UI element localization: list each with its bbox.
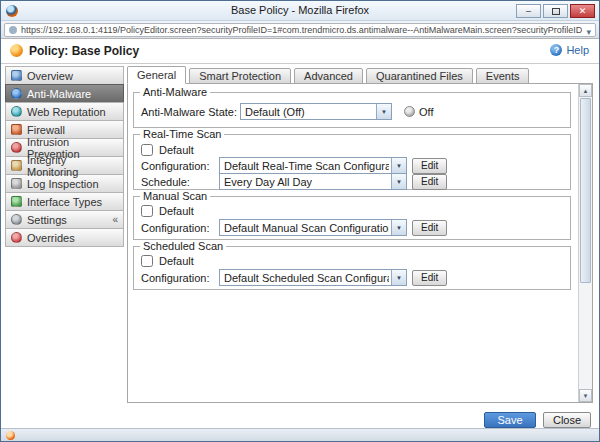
page-viewport: Policy: Base Policy ? Help Overview Anti…: [1, 39, 599, 428]
manual-configuration-select[interactable]: Default Manual Scan Configuration: [219, 219, 407, 236]
location-toolbar: https://192.168.0.1:4119/PolicyEditor.sc…: [1, 21, 599, 39]
anti-malware-icon: [11, 88, 22, 99]
sidebar-item-label: Interface Types: [27, 196, 102, 208]
minimize-button[interactable]: –: [516, 4, 541, 18]
sidebar-item-overview[interactable]: Overview: [5, 66, 124, 85]
real-time-configuration-select[interactable]: Default Real-Time Scan Configuration: [219, 157, 407, 174]
title-bar[interactable]: Base Policy - Mozilla Firefox – ✕: [1, 1, 599, 21]
save-button[interactable]: Save: [484, 412, 536, 428]
sidebar-item-label: Web Reputation: [27, 106, 106, 118]
site-identity-icon[interactable]: [9, 26, 17, 34]
sidebar-item-integrity-monitoring[interactable]: Integrity Monitoring: [5, 156, 124, 175]
configuration-label: Configuration:: [141, 272, 219, 284]
real-time-configuration-row: Configuration: Default Real-Time Scan Co…: [141, 157, 566, 174]
default-label: Default: [159, 255, 194, 267]
tab-smart-protection[interactable]: Smart Protection: [189, 68, 291, 84]
sidebar-item-label: Overrides: [27, 232, 75, 244]
page-header: Policy: Base Policy ? Help: [1, 39, 599, 63]
page-title: Policy: Base Policy: [29, 44, 139, 58]
manual-configuration-edit-button[interactable]: Edit: [412, 220, 447, 236]
section-title: Anti-Malware: [140, 86, 210, 98]
close-window-button[interactable]: ✕: [570, 4, 595, 18]
real-time-schedule-edit-button[interactable]: Edit: [412, 174, 447, 190]
sidebar-item-label: Overview: [27, 70, 73, 82]
selected-value: Default (Off): [245, 106, 305, 118]
vertical-scrollbar[interactable]: [578, 84, 592, 402]
main-panel: General Smart Protection Advanced Quaran…: [127, 66, 593, 426]
tab-general[interactable]: General: [127, 66, 186, 84]
real-time-schedule-select[interactable]: Every Day All Day: [219, 173, 407, 190]
sidebar-item-label: Integrity Monitoring: [27, 154, 118, 178]
chevron-down-icon[interactable]: [391, 158, 406, 173]
tab-bar: General Smart Protection Advanced Quaran…: [127, 66, 593, 84]
footer-actions: Save Close: [127, 410, 593, 430]
sidebar-item-interface-types[interactable]: Interface Types: [5, 192, 124, 211]
scheduled-scan-section: Scheduled Scan Default Configuration: De…: [133, 246, 571, 290]
sidebar-item-overrides[interactable]: Overrides: [5, 228, 124, 247]
sidebar-item-anti-malware[interactable]: Anti-Malware: [5, 84, 124, 103]
scheduled-configuration-edit-button[interactable]: Edit: [412, 270, 447, 286]
interface-types-icon: [11, 196, 22, 207]
tab-advanced[interactable]: Advanced: [294, 68, 363, 84]
chevron-down-icon[interactable]: [391, 270, 406, 285]
manual-scan-section: Manual Scan Default Configuration: Defau…: [133, 196, 571, 240]
scheduled-default-row: Default: [141, 252, 566, 269]
anti-malware-state-select[interactable]: Default (Off): [240, 103, 392, 120]
configuration-label: Configuration:: [141, 160, 219, 172]
close-button[interactable]: Close: [543, 412, 591, 428]
chevron-down-icon[interactable]: [376, 104, 391, 119]
intrusion-prevention-icon: [11, 142, 22, 153]
manual-default-checkbox[interactable]: [141, 205, 153, 217]
sidebar-item-label: Settings: [27, 214, 67, 226]
page-title-name: Base Policy: [72, 44, 139, 58]
tab-events[interactable]: Events: [476, 68, 530, 84]
scrollbar-thumb[interactable]: [580, 98, 591, 283]
sidebar-item-label: Log Inspection: [27, 178, 99, 190]
tab-quarantined-files[interactable]: Quarantined Files: [366, 68, 473, 84]
real-time-configuration-edit-button[interactable]: Edit: [412, 158, 447, 174]
scheduled-default-checkbox[interactable]: [141, 255, 153, 267]
real-time-schedule-row: Schedule: Every Day All Day Edit: [141, 173, 566, 190]
policy-icon: [10, 44, 23, 57]
real-time-default-checkbox[interactable]: [141, 144, 153, 156]
chevron-down-icon[interactable]: [391, 220, 406, 235]
anti-malware-section: Anti-Malware Anti-Malware State: Default…: [133, 92, 571, 128]
firefox-status-icon: [6, 431, 15, 440]
firewall-icon: [11, 124, 22, 135]
sidebar: Overview Anti-Malware Web Reputation Fir…: [5, 66, 124, 247]
manual-configuration-row: Configuration: Default Manual Scan Confi…: [141, 219, 566, 236]
selected-value: Default Real-Time Scan Configuration: [224, 160, 389, 172]
url-text[interactable]: https://192.168.0.1:4119/PolicyEditor.sc…: [21, 25, 582, 35]
sidebar-collapse-icon[interactable]: «: [112, 214, 118, 225]
maximize-icon: [552, 8, 560, 15]
section-title: Manual Scan: [140, 190, 210, 202]
schedule-label: Schedule:: [141, 176, 219, 188]
overview-icon: [11, 70, 22, 81]
section-title: Scheduled Scan: [140, 240, 226, 252]
selected-value: Every Day All Day: [224, 176, 312, 188]
chevron-down-icon[interactable]: [586, 23, 591, 37]
sidebar-item-web-reputation[interactable]: Web Reputation: [5, 102, 124, 121]
log-inspection-icon: [11, 178, 22, 189]
section-title: Real-Time Scan: [140, 128, 224, 140]
url-field[interactable]: https://192.168.0.1:4119/PolicyEditor.sc…: [4, 23, 596, 37]
firefox-window: Base Policy - Mozilla Firefox – ✕ https:…: [0, 0, 600, 442]
window-controls: – ✕: [516, 4, 595, 18]
maximize-button[interactable]: [543, 4, 568, 18]
scroll-up-icon[interactable]: [579, 84, 592, 97]
chevron-down-icon[interactable]: [391, 174, 406, 189]
scroll-down-icon[interactable]: [579, 389, 592, 402]
help-link[interactable]: ? Help: [550, 44, 589, 56]
configuration-label: Configuration:: [141, 222, 219, 234]
anti-malware-state-label: Anti-Malware State:: [141, 106, 240, 118]
scheduled-configuration-select[interactable]: Default Scheduled Scan Configuration: [219, 269, 407, 286]
help-label: Help: [566, 44, 589, 56]
status-text: Off: [419, 106, 433, 118]
status-off-icon: [404, 106, 415, 117]
page-title-prefix: Policy:: [29, 44, 68, 58]
sidebar-item-settings[interactable]: Settings «: [5, 210, 124, 229]
header-divider: [1, 63, 599, 64]
manual-default-row: Default: [141, 202, 566, 219]
help-icon: ?: [550, 44, 562, 56]
sidebar-item-label: Firewall: [27, 124, 65, 136]
